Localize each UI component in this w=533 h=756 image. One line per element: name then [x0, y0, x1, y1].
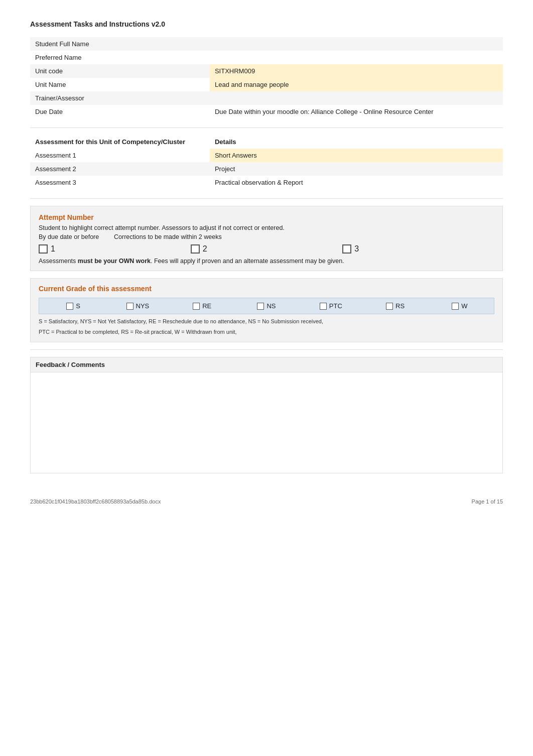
feedback-section: Feedback / Comments: [30, 357, 503, 473]
attempt-note-prefix: Assessments: [39, 258, 78, 265]
attempt-heading: Attempt Number: [39, 213, 494, 221]
info-label-4: Trainer/Assessor: [30, 91, 210, 105]
attempt-note: Assessments must be your OWN work. Fees …: [39, 258, 494, 265]
info-value-1: [210, 51, 503, 64]
comp-label-1: Assessment 2: [30, 162, 210, 176]
attempt-checkbox-1[interactable]: 1: [39, 244, 191, 254]
grade-checkbox-re[interactable]: RE: [174, 302, 230, 310]
grade-checkbox-label-nys: NYS: [136, 302, 150, 310]
attempt-checkbox-box-2: [191, 244, 200, 254]
attempt-checkbox-box-3: [342, 244, 351, 254]
info-label-2: Unit code: [30, 64, 210, 78]
attempt-note-bold: must be your OWN work: [78, 258, 151, 265]
attempt-checkbox-label-2: 2: [203, 244, 207, 254]
grade-checkbox-s[interactable]: S: [45, 302, 101, 310]
info-value-4: [210, 91, 503, 105]
attempt-labels-row: By due date or before Corrections to be …: [39, 233, 494, 240]
grade-checkbox-label-re: RE: [202, 302, 211, 310]
page-title: Assessment Tasks and Instructions v2.0: [30, 20, 503, 28]
grade-checkbox-w[interactable]: W: [432, 302, 488, 310]
divider-1: [30, 128, 503, 128]
info-value-0: [210, 37, 503, 51]
grade-checkbox-label-rs: RS: [395, 302, 405, 310]
divider-2: [30, 198, 503, 199]
grade-checkbox-box-s: [66, 303, 73, 310]
attempt-description: Student to highlight correct attempt num…: [39, 224, 494, 231]
footer: 23bb620c1f0419ba1803bff2c68058893a5da85b…: [30, 493, 503, 505]
grade-checkbox-box-rs: [386, 303, 393, 310]
info-value-5: Due Date within your moodle on: Alliance…: [210, 105, 503, 118]
grade-checkbox-box-nys: [126, 303, 134, 310]
grade-checkboxes-row: SNYSRENSPTCRSW: [39, 298, 494, 314]
attempt-checkbox-3[interactable]: 3: [342, 244, 494, 254]
by-due-label: By due date or before: [39, 233, 114, 240]
footer-page-info: Page 1 of 15: [472, 498, 503, 505]
grade-checkbox-box-ns: [257, 303, 264, 310]
grade-checkbox-label-ns: NS: [266, 302, 276, 310]
info-label-5: Due Date: [30, 105, 210, 118]
grade-legend-line2: PTC = Practical to be completed, RS = Re…: [39, 328, 494, 336]
attempt-section: Attempt Number Student to highlight corr…: [30, 206, 503, 271]
comp-header-label: Assessment for this Unit of Competency/C…: [30, 135, 210, 149]
grade-checkbox-rs[interactable]: RS: [367, 302, 423, 310]
competency-table: Assessment for this Unit of Competency/C…: [30, 135, 503, 189]
comp-header-value: Details: [210, 135, 503, 149]
info-value-3: Lead and manage people: [210, 78, 503, 91]
feedback-body[interactable]: [31, 372, 502, 473]
info-value-2: SITXHRM009: [210, 64, 503, 78]
comp-label-2: Assessment 3: [30, 176, 210, 189]
attempt-checkbox-label-3: 3: [354, 244, 359, 254]
grade-section: Current Grade of this assessment SNYSREN…: [30, 278, 503, 342]
grade-checkbox-nys[interactable]: NYS: [109, 302, 166, 310]
grade-heading: Current Grade of this assessment: [39, 285, 494, 293]
info-label-0: Student Full Name: [30, 37, 210, 51]
attempt-checkboxes: 123: [39, 244, 494, 254]
info-table: Student Full NamePreferred NameUnit code…: [30, 37, 503, 118]
comp-label-0: Assessment 1: [30, 149, 210, 162]
footer-doc-id: 23bb620c1f0419ba1803bff2c68058893a5da85b…: [30, 498, 161, 505]
grade-checkbox-label-w: W: [461, 302, 467, 310]
grade-checkbox-ns[interactable]: NS: [238, 302, 295, 310]
attempt-note-suffix: . Fees will apply if proven and an alter…: [151, 258, 344, 265]
grade-checkbox-box-w: [452, 303, 459, 310]
divider-3: [30, 349, 503, 350]
comp-value-1: Project: [210, 162, 503, 176]
grade-checkbox-label-s: S: [76, 302, 80, 310]
grade-checkbox-label-ptc: PTC: [329, 302, 342, 310]
info-label-1: Preferred Name: [30, 51, 210, 64]
corrections-label: Corrections to be made within 2 weeks: [114, 233, 494, 240]
grade-legend-line1: S = Satisfactory, NYS = Not Yet Satisfac…: [39, 317, 494, 326]
attempt-checkbox-label-1: 1: [51, 244, 55, 254]
grade-checkbox-box-re: [193, 303, 200, 310]
feedback-header: Feedback / Comments: [31, 357, 502, 372]
grade-checkbox-ptc[interactable]: PTC: [303, 302, 359, 310]
info-label-3: Unit Name: [30, 78, 210, 91]
attempt-checkbox-2[interactable]: 2: [191, 244, 343, 254]
comp-value-0: Short Answers: [210, 149, 503, 162]
attempt-checkbox-box-1: [39, 244, 48, 254]
comp-value-2: Practical observation & Report: [210, 176, 503, 189]
grade-checkbox-box-ptc: [320, 303, 327, 310]
